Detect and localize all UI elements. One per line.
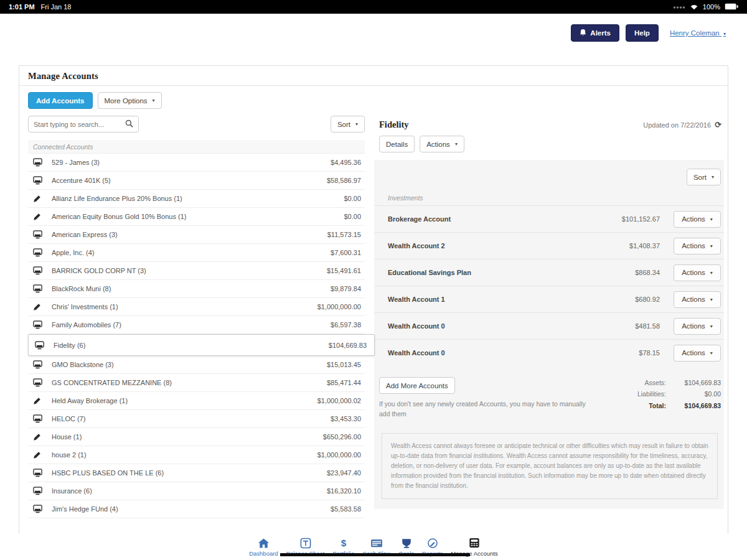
account-value: $15,491.61 xyxy=(327,267,361,274)
alerts-button[interactable]: Alerts xyxy=(571,24,619,42)
detail-actions-button[interactable]: Actions ▾ xyxy=(420,136,464,152)
account-row[interactable]: HSBC PLUS BASED ON THE LE (6) $23,947.40 xyxy=(28,464,365,482)
chevron-down-icon: ▾ xyxy=(712,174,714,180)
account-value: $650,296.00 xyxy=(323,433,361,441)
investment-row: Wealth Account 1 $680.92 Actions ▾ xyxy=(374,286,724,312)
investment-name: Wealth Account 0 xyxy=(388,349,445,357)
accounts-sort-button[interactable]: Sort ▾ xyxy=(331,116,365,133)
user-name: Henry Coleman xyxy=(670,29,720,37)
account-row[interactable]: American Equity Bonus Gold 10% Bonus (1)… xyxy=(28,208,365,226)
account-value: $85,471.44 xyxy=(327,379,361,386)
cash-flow-icon xyxy=(370,537,383,549)
actions-label: Actions xyxy=(682,349,705,357)
account-row[interactable]: 529 - James (3) $4,495.36 xyxy=(28,154,365,172)
section-label: Investments xyxy=(388,194,724,202)
account-name: Fidelity (6) xyxy=(54,342,85,349)
search-input[interactable] xyxy=(34,121,121,128)
pencil-icon xyxy=(33,397,43,405)
investments-sort-button[interactable]: Sort ▾ xyxy=(687,169,721,185)
bell-icon xyxy=(580,29,586,37)
account-value: $5,583.58 xyxy=(331,505,361,513)
chevron-down-icon: ▾ xyxy=(723,31,726,37)
account-row[interactable]: American Express (3) $11,573.15 xyxy=(28,226,365,244)
account-name: BlackRock Muni (8) xyxy=(52,285,111,292)
help-button[interactable]: Help xyxy=(626,24,659,42)
more-options-button[interactable]: More Options ▾ xyxy=(98,92,162,109)
account-row[interactable]: Fidelity (6) $104,669.83 xyxy=(28,334,375,356)
row-actions-button[interactable]: Actions ▾ xyxy=(674,238,721,254)
totals-block: Assets:$104,669.83 Liabilities:$0.00 Tot… xyxy=(637,377,721,419)
monitor-icon xyxy=(33,230,43,239)
account-row[interactable]: Chris' Investments (1) $1,000,000.00 xyxy=(28,298,365,316)
row-actions-button[interactable]: Actions ▾ xyxy=(674,211,721,228)
account-row[interactable]: GS CONCENTRATED MEZZANINE (8) $85,471.44 xyxy=(28,374,365,392)
actions-label: Actions xyxy=(682,322,705,330)
wifi-icon xyxy=(690,3,698,11)
row-actions-button[interactable]: Actions ▾ xyxy=(674,318,721,335)
accounts-list: 529 - James (3) $4,495.36 Accenture 401K… xyxy=(28,154,365,518)
status-bar: 1:01 PM Fri Jan 18 100% xyxy=(0,0,747,14)
refresh-icon[interactable]: ⟳ xyxy=(715,120,721,129)
account-name: Family Automobiles (7) xyxy=(52,321,121,329)
investment-row: Wealth Account 2 $1,408.37 Actions ▾ xyxy=(374,232,724,259)
search-icon[interactable] xyxy=(125,119,133,130)
balance-sheet-icon xyxy=(300,537,311,549)
monitor-icon xyxy=(33,505,43,513)
user-menu[interactable]: Henry Coleman ▾ xyxy=(670,29,726,37)
account-row[interactable]: Held Away Brokerage (1) $1,000,000.02 xyxy=(28,392,365,410)
nav-item-dashboard[interactable]: Dashboard xyxy=(249,537,278,557)
investment-row: Wealth Account 0 $78.15 Actions ▾ xyxy=(374,339,724,366)
pencil-icon xyxy=(33,195,43,203)
detail-panel: Fidelity Updated on 7/22/2016 ⟳ Details … xyxy=(374,116,724,509)
investment-row: Brokerage Account $101,152.67 Actions ▾ xyxy=(374,205,724,232)
account-name: Jim's Hedge FUnd (4) xyxy=(52,505,118,513)
monitor-icon xyxy=(33,158,43,167)
account-row[interactable]: Allianz Life Endurance Plus 20% Bonus (1… xyxy=(28,190,365,208)
page-title: Manage Accounts xyxy=(19,66,728,86)
row-actions-button[interactable]: Actions ▾ xyxy=(674,291,721,308)
help-label: Help xyxy=(634,29,650,37)
details-button[interactable]: Details xyxy=(379,136,415,152)
chevron-down-icon: ▾ xyxy=(710,217,713,222)
chevron-down-icon: ▾ xyxy=(710,297,713,302)
chevron-down-icon: ▾ xyxy=(710,324,713,329)
monitor-icon xyxy=(33,469,43,477)
actions-label: Actions xyxy=(426,141,450,148)
add-more-accounts-button[interactable]: Add More Accounts xyxy=(379,377,455,394)
account-row[interactable]: Family Automobiles (7) $6,597.38 xyxy=(28,316,365,334)
monitor-icon xyxy=(33,266,43,275)
add-accounts-button[interactable]: Add Accounts xyxy=(28,92,93,109)
accounts-panel: Sort ▾ Connected Accounts 529 - James (3… xyxy=(28,116,365,518)
account-row[interactable]: house 2 (1) $1,000,000.00 xyxy=(28,446,365,464)
monitor-icon xyxy=(33,284,43,293)
account-row[interactable]: BARRICK GOLD CORP NT (3) $15,491.61 xyxy=(28,262,365,280)
account-value: $16,320.10 xyxy=(327,487,361,495)
account-value: $3,453.30 xyxy=(331,415,361,422)
row-actions-button[interactable]: Actions ▾ xyxy=(674,264,721,281)
account-row[interactable]: GMO Blackstone (3) $15,013.45 xyxy=(28,356,365,374)
investment-name: Wealth Account 1 xyxy=(388,296,445,303)
assets-label: Assets: xyxy=(645,377,666,388)
account-row[interactable]: Jim's Hedge FUnd (4) $5,583.58 xyxy=(28,500,365,518)
home-icon xyxy=(258,537,270,549)
account-row[interactable]: Insurance (6) $16,320.10 xyxy=(28,482,365,500)
chevron-down-icon: ▾ xyxy=(710,270,713,276)
account-value: $1,000,000.00 xyxy=(317,451,361,459)
account-row[interactable]: HELOC (7) $3,453.30 xyxy=(28,410,365,428)
pencil-icon xyxy=(33,303,43,311)
row-actions-button[interactable]: Actions ▾ xyxy=(674,345,721,362)
account-row[interactable]: BlackRock Muni (8) $9,879.84 xyxy=(28,280,365,298)
account-row[interactable]: Apple, Inc. (4) $7,600.31 xyxy=(28,244,365,262)
investment-row: Wealth Account 0 $481.58 Actions ▾ xyxy=(374,312,724,339)
investment-value: $1,408.37 xyxy=(629,242,660,250)
battery-percent: 100% xyxy=(703,3,720,11)
account-row[interactable]: Accenture 401K (5) $58,586.97 xyxy=(28,172,365,190)
investment-value: $481.58 xyxy=(635,322,660,330)
investments-list: Brokerage Account $101,152.67 Actions ▾ … xyxy=(374,205,724,366)
investment-value: $101,152.67 xyxy=(622,215,660,223)
chevron-down-icon: ▾ xyxy=(710,243,713,249)
monitor-icon xyxy=(33,176,43,185)
investments-panel: Sort ▾ Investments Brokerage Account $10… xyxy=(374,160,724,509)
account-row[interactable]: House (1) $650,296.00 xyxy=(28,428,365,446)
nav-underline-bar xyxy=(280,553,470,556)
